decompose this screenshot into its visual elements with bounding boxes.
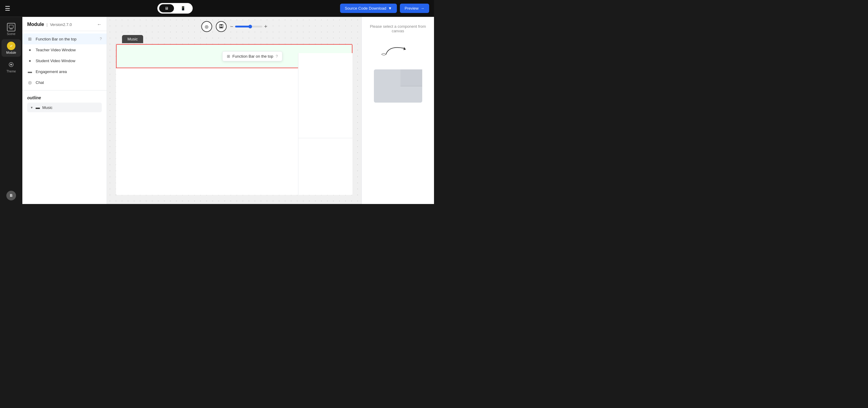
module-panel-header: Module | Version2.7.0 ← [22,17,106,31]
module-item-student-video[interactable]: ● Student Video Window [22,55,106,66]
canvas-area: ◎ − + Music [107,17,362,204]
user-avatar[interactable]: B [6,191,16,200]
record-icon: ◎ [205,24,208,29]
desktop-device-button[interactable]: 🖥 [159,4,174,12]
preview-right-bottom [401,86,422,103]
component-tooltip: ⊞ Function Bar on the top ? [222,51,282,61]
function-bar-info[interactable]: ? [100,37,102,41]
sidebar-item-module[interactable]: Module [1,39,21,57]
component-tooltip-label: Function Bar on the top [232,54,273,59]
module-title-area: Module | Version2.7.0 [27,22,72,27]
module-label: Module [6,51,16,54]
sidebar-icons: Scene Module Theme B [0,17,22,204]
engagement-label: Engagement area [36,69,102,74]
top-bar-center: 🖥 📱 [157,3,193,13]
preview-left-pane [374,69,401,103]
engagement-icon: ▬ [27,69,33,74]
save-tool-button[interactable] [216,21,226,32]
music-tab[interactable]: Music [122,35,143,43]
student-video-icon: ● [27,58,33,63]
module-version: Version2.7.0 [50,22,71,27]
function-bar-label: Function Bar on the top [36,37,97,41]
zoom-slider-thumb [248,25,252,28]
scene-icon [7,23,16,31]
sidebar-item-theme[interactable]: Theme [1,58,21,75]
preview-right-pane [401,69,422,103]
zoom-in-button[interactable]: + [264,24,268,30]
canvas-frame: ⊞ Function Bar on the top ? [116,44,352,195]
svg-rect-1 [10,29,13,29]
mobile-icon: 📱 [181,6,185,10]
svg-marker-7 [403,47,406,50]
zoom-control: − + [230,24,267,30]
top-bar-left: ☰ [5,5,10,12]
outline-title: outline [27,95,102,100]
main-layout: Scene Module Theme B Module | Version2. [0,17,434,204]
save-icon [219,24,223,30]
back-button[interactable]: ← [97,22,102,27]
module-item-engagement[interactable]: ▬ Engagement area [22,66,106,77]
module-title: Module [27,22,44,27]
device-toggle: 🖥 📱 [157,3,193,13]
user-initial: B [10,194,13,198]
module-separator: | [46,22,48,27]
hamburger-icon[interactable]: ☰ [5,5,10,12]
record-tool-button[interactable]: ◎ [201,21,212,32]
zoom-out-button[interactable]: − [230,24,234,30]
mobile-device-button[interactable]: 📱 [175,4,191,12]
component-tooltip-icon: ⊞ [227,54,230,59]
teacher-video-label: Teacher Video Window [36,48,102,52]
chat-label: Chat [36,80,102,85]
properties-preview [374,69,422,103]
component-tooltip-info[interactable]: ? [276,54,278,59]
module-panel: Module | Version2.7.0 ← ⊞ Function Bar o… [22,17,107,204]
preview-label: Preview [405,6,418,10]
chevron-icon: ▼ [30,106,33,109]
arrow-annotation [380,39,416,57]
music-outline-icon: ▬ [36,105,40,110]
preview-arrow-icon: → [421,6,424,10]
student-video-label: Student Video Window [36,59,102,63]
sidebar-bottom: B [6,191,16,204]
preview-right-top [401,69,422,86]
properties-hint: Please select a component from canvas [367,24,429,33]
scene-label: Scene [7,32,16,36]
theme-icon [7,60,16,69]
properties-panel: Please select a component from canvas [362,17,434,204]
desktop-icon: 🖥 [164,6,168,10]
canvas-right-panel-bottom [299,138,352,195]
zoom-slider[interactable] [235,26,262,28]
top-bar-right: Source Code Download ▼ Preview → [340,4,429,13]
outline-section: outline ▼ ▬ Music [22,90,106,117]
svg-rect-5 [220,25,222,26]
sidebar-item-scene[interactable]: Scene [1,21,21,38]
module-item-chat[interactable]: ◎ Chat [22,77,106,88]
source-code-label: Source Code Download [345,6,386,10]
source-code-download-button[interactable]: Source Code Download ▼ [340,4,397,13]
top-bar: ☰ 🖥 📱 Source Code Download ▼ Preview → [0,0,434,17]
canvas-content: Music ⊞ Function Bar on the top ? [116,35,352,195]
preview-button[interactable]: Preview → [400,4,429,13]
zoom-slider-fill [235,26,250,28]
module-item-teacher-video[interactable]: ● Teacher Video Window [22,44,106,55]
canvas-toolbar: ◎ − + [201,21,267,32]
music-outline-label: Music [42,105,53,110]
module-items-list: ⊞ Function Bar on the top ? ● Teacher Vi… [22,31,106,90]
dropdown-icon: ▼ [388,6,392,10]
canvas-right-panel-top [299,53,352,138]
module-icon [7,42,16,50]
canvas-right-panel [298,53,352,195]
teacher-video-icon: ● [27,47,33,52]
module-item-function-bar[interactable]: ⊞ Function Bar on the top ? [22,34,106,44]
chat-icon: ◎ [27,80,33,85]
svg-rect-0 [9,25,13,28]
svg-rect-6 [220,27,222,28]
theme-label: Theme [6,70,16,73]
outline-item-music[interactable]: ▼ ▬ Music [27,103,102,112]
function-bar-icon: ⊞ [27,36,33,41]
